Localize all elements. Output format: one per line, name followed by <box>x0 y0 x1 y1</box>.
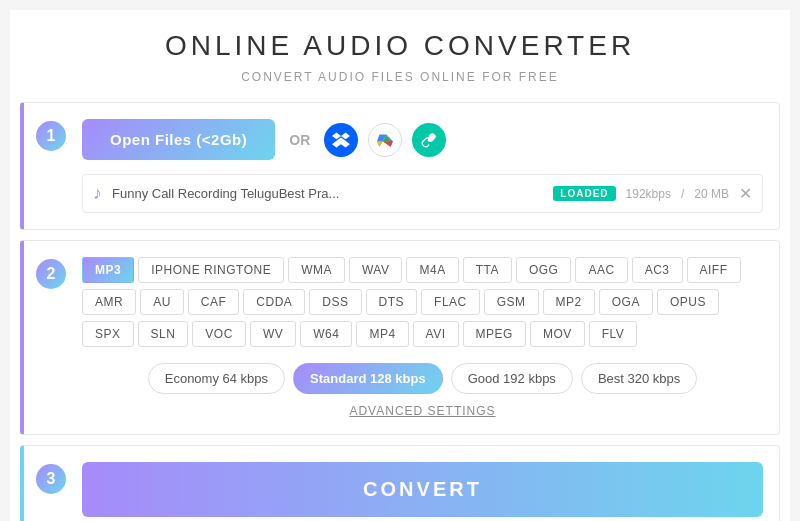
loaded-badge: LOADED <box>553 186 615 201</box>
format-btn-au[interactable]: AU <box>140 289 184 315</box>
format-btn-aac[interactable]: AAC <box>575 257 627 283</box>
step-2: 2 MP3IPHONE RINGTONEWMAWAVM4ATTAOGGAACAC… <box>20 240 780 435</box>
dropbox-icon[interactable] <box>324 123 358 157</box>
format-btn-ac3[interactable]: AC3 <box>632 257 683 283</box>
open-files-row: Open Files (<2Gb) OR <box>82 119 763 160</box>
format-btn-oga[interactable]: OGA <box>599 289 653 315</box>
quality-btn-best-320-kbps[interactable]: Best 320 kbps <box>581 363 697 394</box>
format-btn-ogg[interactable]: OGG <box>516 257 572 283</box>
format-btn-wma[interactable]: WMA <box>288 257 345 283</box>
format-btn-mpeg[interactable]: MPEG <box>463 321 526 347</box>
step-number-1: 1 <box>36 121 66 151</box>
format-btn-w64[interactable]: W64 <box>300 321 352 347</box>
format-btn-dss[interactable]: DSS <box>309 289 361 315</box>
link-icon[interactable] <box>412 123 446 157</box>
format-btn-flac[interactable]: FLAC <box>421 289 480 315</box>
format-btn-cdda[interactable]: CDDA <box>243 289 305 315</box>
file-audio-icon: ♪ <box>93 183 102 204</box>
format-btn-mov[interactable]: MOV <box>530 321 585 347</box>
cloud-icons-group <box>324 123 446 157</box>
quality-row: Economy 64 kbpsStandard 128 kbpsGood 192… <box>82 363 763 394</box>
step-1: 1 Open Files (<2Gb) OR <box>20 102 780 230</box>
format-btn-mp2[interactable]: MP2 <box>543 289 595 315</box>
file-close-button[interactable]: ✕ <box>739 184 752 203</box>
step-3-content: CONVERT <box>82 462 763 517</box>
format-btn-dts[interactable]: DTS <box>366 289 418 315</box>
format-btn-wv[interactable]: WV <box>250 321 296 347</box>
file-name: Funny Call Recording TeluguBest Pra... <box>112 186 543 201</box>
format-btn-gsm[interactable]: GSM <box>484 289 539 315</box>
step-number-3: 3 <box>36 464 66 494</box>
open-files-button[interactable]: Open Files (<2Gb) <box>82 119 275 160</box>
format-btn-amr[interactable]: AMR <box>82 289 136 315</box>
quality-btn-standard-128-kbps[interactable]: Standard 128 kbps <box>293 363 443 394</box>
step-2-content: MP3IPHONE RINGTONEWMAWAVM4ATTAOGGAACAC3A… <box>82 257 763 418</box>
format-btn-sln[interactable]: SLN <box>138 321 189 347</box>
format-btn-aiff[interactable]: AIFF <box>687 257 741 283</box>
format-btn-wav[interactable]: WAV <box>349 257 403 283</box>
page-title: ONLINE AUDIO CONVERTER <box>20 30 780 62</box>
format-btn-iphone-ringtone[interactable]: IPHONE RINGTONE <box>138 257 284 283</box>
convert-button[interactable]: CONVERT <box>82 462 763 517</box>
format-grid: MP3IPHONE RINGTONEWMAWAVM4ATTAOGGAACAC3A… <box>82 257 763 347</box>
quality-btn-good-192-kbps[interactable]: Good 192 kbps <box>451 363 573 394</box>
format-btn-caf[interactable]: CAF <box>188 289 240 315</box>
google-drive-icon[interactable] <box>368 123 402 157</box>
format-btn-spx[interactable]: SPX <box>82 321 134 347</box>
format-btn-tta[interactable]: TTA <box>463 257 512 283</box>
step-3: 3 CONVERT <box>20 445 780 521</box>
format-btn-voc[interactable]: VOC <box>192 321 246 347</box>
or-label: OR <box>289 132 310 148</box>
file-bitrate: 192kbps <box>626 187 671 201</box>
step-1-content: Open Files (<2Gb) OR ♪ Funny Cal <box>82 119 763 213</box>
format-btn-mp4[interactable]: MP4 <box>356 321 408 347</box>
format-btn-opus[interactable]: OPUS <box>657 289 719 315</box>
advanced-settings-link[interactable]: ADVANCED SETTINGS <box>82 404 763 418</box>
file-separator: / <box>681 187 684 201</box>
format-btn-mp3[interactable]: MP3 <box>82 257 134 283</box>
format-btn-avi[interactable]: AVI <box>413 321 459 347</box>
format-btn-flv[interactable]: FLV <box>589 321 638 347</box>
quality-btn-economy-64-kbps[interactable]: Economy 64 kbps <box>148 363 285 394</box>
main-container: ONLINE AUDIO CONVERTER CONVERT AUDIO FIL… <box>10 10 790 521</box>
format-btn-m4a[interactable]: M4A <box>406 257 458 283</box>
file-size: 20 MB <box>694 187 729 201</box>
file-row: ♪ Funny Call Recording TeluguBest Pra...… <box>82 174 763 213</box>
step-number-2: 2 <box>36 259 66 289</box>
page-subtitle: CONVERT AUDIO FILES ONLINE FOR FREE <box>20 70 780 84</box>
